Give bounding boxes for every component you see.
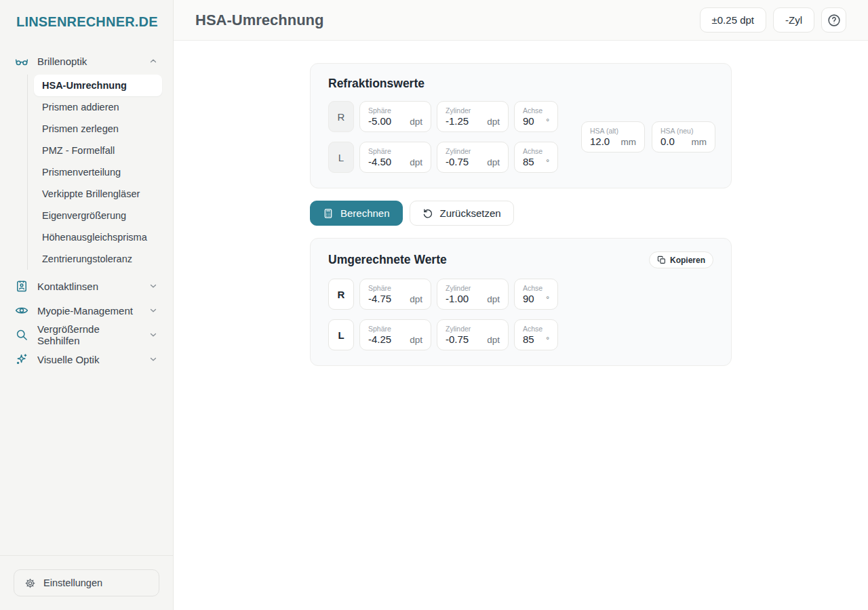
hsa-old-input[interactable]: HSA (alt) 12.0mm xyxy=(581,121,645,152)
field-value: -4.75 xyxy=(368,293,391,304)
field-value: -5.00 xyxy=(368,115,391,127)
result-card: Umgerechnete Werte Kopieren R xyxy=(310,238,732,366)
sidebar-group-brillenoptik[interactable]: Brillenoptik xyxy=(11,49,162,73)
axis-result-right: Achse 90° xyxy=(514,279,558,310)
sub-item-label: Prismen zerlegen xyxy=(42,123,119,134)
main-area: HSA-Umrechnung ±0.25 dpt -Zyl Refraktion… xyxy=(174,0,868,610)
field-label: Zylinder xyxy=(446,325,500,333)
refraction-card-title: Refraktionswerte xyxy=(328,77,713,91)
field-label: HSA (alt) xyxy=(590,127,636,136)
sub-item-label: PMZ - Formelfall xyxy=(42,145,115,156)
eye-badge-right: R xyxy=(328,101,354,132)
sidebar-item-verkippte-brillenglaeser[interactable]: Verkippte Brillengläser xyxy=(34,183,162,205)
cylinder-sign-button[interactable]: -Zyl xyxy=(773,7,814,33)
sidebar-group-label: Brillenoptik xyxy=(37,56,87,67)
sidebar: LINSENRECHNER.DE Brillenoptik HSA-Umrech… xyxy=(0,0,174,610)
magnifier-icon xyxy=(15,328,28,342)
chevron-up-icon xyxy=(149,56,158,66)
field-value: -4.25 xyxy=(368,333,391,345)
eye-badge-left: L xyxy=(328,319,354,350)
field-unit: dpt xyxy=(410,117,422,127)
glasses-icon xyxy=(15,54,28,68)
page-header: HSA-Umrechnung ±0.25 dpt -Zyl xyxy=(174,0,868,41)
sub-item-label: Verkippte Brillengläser xyxy=(42,188,140,199)
result-card-title: Umgerechnete Werte xyxy=(328,253,447,267)
field-unit: mm xyxy=(621,137,637,147)
cylinder-input-right[interactable]: Zylinder -1.25dpt xyxy=(437,101,509,132)
field-unit: ° xyxy=(546,295,549,304)
cylinder-result-right: Zylinder -1.00dpt xyxy=(437,279,509,310)
field-label: Achse xyxy=(523,325,549,333)
sub-item-label: Prismen addieren xyxy=(42,102,119,113)
axis-input-left[interactable]: Achse 85° xyxy=(514,142,558,173)
field-label: HSA (neu) xyxy=(660,127,707,136)
sidebar-item-hsa-umrechnung[interactable]: HSA-Umrechnung xyxy=(34,75,162,96)
sidebar-group-kontaktlinsen[interactable]: Kontaktlinsen xyxy=(11,274,162,298)
field-unit: dpt xyxy=(410,294,422,304)
refraction-card: Refraktionswerte R Sphäre -5.00dpt Zylin… xyxy=(310,63,732,188)
sidebar-group-vergroessernde-sehhilfen[interactable]: Vergrößernde Sehhilfen xyxy=(11,323,162,347)
content: Refraktionswerte R Sphäre -5.00dpt Zylin… xyxy=(174,41,868,366)
sub-item-label: Eigenvergrößerung xyxy=(42,210,126,221)
refraction-row-left: L Sphäre -4.50dpt Zylinder -0.75dpt Achs… xyxy=(328,142,558,173)
field-label: Zylinder xyxy=(446,106,500,115)
chevron-down-icon xyxy=(149,281,158,291)
field-value: 0.0 xyxy=(660,136,675,147)
sidebar-group-visuelle-optik[interactable]: Visuelle Optik xyxy=(11,347,162,371)
sphere-input-left[interactable]: Sphäre -4.50dpt xyxy=(359,142,431,173)
refraction-row-right: R Sphäre -5.00dpt Zylinder -1.25dpt Achs… xyxy=(328,101,558,132)
chevron-down-icon xyxy=(149,306,158,315)
settings-button-label: Einstellungen xyxy=(43,577,102,588)
field-unit: dpt xyxy=(487,117,500,127)
page-title: HSA-Umrechnung xyxy=(195,12,323,29)
field-unit: ° xyxy=(546,117,549,127)
field-unit: mm xyxy=(692,137,707,147)
field-unit: dpt xyxy=(487,294,500,304)
sphere-input-right[interactable]: Sphäre -5.00dpt xyxy=(359,101,431,132)
calculate-button[interactable]: Berechnen xyxy=(310,201,403,226)
cylinder-input-left[interactable]: Zylinder -0.75dpt xyxy=(437,142,509,173)
sidebar-item-zentrierungstoleranz[interactable]: Zentrierungstoleranz xyxy=(34,248,162,270)
copy-button[interactable]: Kopieren xyxy=(649,251,713,268)
sidebar-item-prismen-addieren[interactable]: Prismen addieren xyxy=(34,96,162,118)
header-actions: ±0.25 dpt -Zyl xyxy=(700,7,846,33)
sidebar-item-prismenverteilung[interactable]: Prismenverteilung xyxy=(34,161,162,183)
hsa-new-input[interactable]: HSA (neu) 0.0mm xyxy=(652,121,715,152)
field-unit: ° xyxy=(546,158,549,167)
action-buttons: Berechnen Zurücksetzen xyxy=(310,201,732,226)
step-size-button[interactable]: ±0.25 dpt xyxy=(700,7,766,33)
axis-input-right[interactable]: Achse 90° xyxy=(514,101,558,132)
sphere-result-right: Sphäre -4.75dpt xyxy=(359,279,431,310)
sub-item-label: Zentrierungstoleranz xyxy=(42,253,132,264)
help-button[interactable] xyxy=(821,7,846,33)
sidebar-group-label: Myopie-Management xyxy=(37,305,133,317)
field-value: 85 xyxy=(523,156,534,167)
copy-button-label: Kopieren xyxy=(670,256,705,265)
chevron-down-icon xyxy=(149,354,158,364)
sub-item-label: Prismenverteilung xyxy=(42,167,121,178)
sidebar-item-pmz-formelfall[interactable]: PMZ - Formelfall xyxy=(34,140,162,161)
sidebar-item-hoehenausgleichsprisma[interactable]: Höhenausgleichsprisma xyxy=(34,226,162,248)
field-label: Zylinder xyxy=(446,147,500,156)
reset-button-label: Zurücksetzen xyxy=(440,207,501,219)
sparkles-icon xyxy=(15,352,28,366)
sphere-result-left: Sphäre -4.25dpt xyxy=(359,319,431,350)
field-unit: dpt xyxy=(410,335,422,345)
sidebar-item-prismen-zerlegen[interactable]: Prismen zerlegen xyxy=(34,118,162,140)
field-value: 90 xyxy=(523,293,534,304)
brand-logo: LINSENRECHNER.DE xyxy=(0,0,173,42)
settings-button[interactable]: Einstellungen xyxy=(14,569,159,596)
calculate-button-label: Berechnen xyxy=(340,207,390,219)
sidebar-group-myopie-management[interactable]: Myopie-Management xyxy=(11,298,162,323)
field-value: -1.25 xyxy=(446,115,469,127)
sidebar-group-label: Kontaktlinsen xyxy=(37,281,98,292)
sidebar-item-eigenvergroesserung[interactable]: Eigenvergrößerung xyxy=(34,205,162,226)
sub-item-label: Höhenausgleichsprisma xyxy=(42,232,147,243)
field-value: 85 xyxy=(523,333,534,345)
field-unit: dpt xyxy=(487,335,500,345)
calculator-icon xyxy=(323,208,334,219)
reset-button[interactable]: Zurücksetzen xyxy=(410,201,514,226)
field-label: Sphäre xyxy=(368,325,422,333)
field-label: Zylinder xyxy=(446,284,500,293)
result-row-left: L Sphäre -4.25dpt Zylinder -0.75dpt Achs… xyxy=(328,319,558,350)
